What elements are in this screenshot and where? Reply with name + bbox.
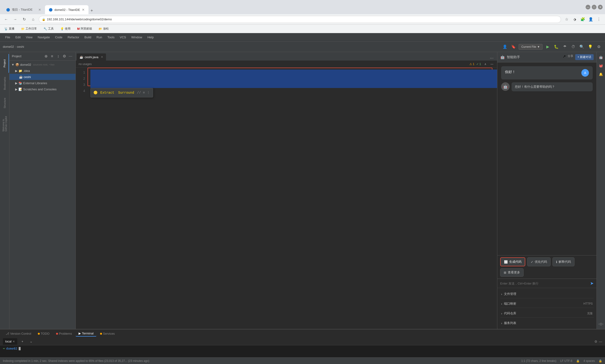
- ai-send-button[interactable]: ➤: [590, 281, 594, 286]
- project-more-icon[interactable]: ⋯: [68, 54, 73, 59]
- bookmark-use[interactable]: 💡 使用: [59, 26, 72, 31]
- tree-item-ceshi[interactable]: ☕ ceshi: [10, 74, 76, 80]
- project-locate-icon[interactable]: ⊕: [43, 54, 49, 59]
- git-icon[interactable]: 👤: [502, 43, 508, 50]
- project-collapse-icon[interactable]: ↕: [56, 54, 61, 59]
- browser-tab-2[interactable]: 🔵 dome02 - TitanIDE ✕: [45, 5, 89, 14]
- right-notifications-icon[interactable]: 🔔: [598, 71, 604, 78]
- extract-comment-icon[interactable]: //: [137, 90, 141, 96]
- right-expand-panel-icon[interactable]: ◁▷: [598, 321, 604, 327]
- menu-window[interactable]: Window: [129, 35, 145, 40]
- right-ai-icon[interactable]: 🤖: [598, 54, 604, 61]
- search-everywhere-button[interactable]: 🔍: [579, 43, 585, 50]
- ai-link-port-map[interactable]: › 端口映射 HTTPS: [500, 300, 594, 308]
- menu-tools[interactable]: Tools: [105, 35, 117, 40]
- bookmark-live[interactable]: 📡 直播: [3, 26, 16, 31]
- tab2-close-icon[interactable]: ✕: [82, 8, 85, 12]
- tree-item-scratches[interactable]: ▶ 📝 Scratches and Consoles: [10, 86, 76, 92]
- breadcrumb-project[interactable]: dome02: [3, 45, 14, 49]
- bookmark-mail[interactable]: M 阿里邮箱: [76, 26, 93, 31]
- home-button[interactable]: ⌂: [30, 16, 37, 23]
- profile-icon[interactable]: 👤: [588, 16, 594, 23]
- cast-icon[interactable]: ⬗: [571, 16, 578, 23]
- terminal-content[interactable]: ➜ dome02: [0, 345, 605, 357]
- code-lines[interactable]: public class ceshi { //在控制台输入成绩，成绩60以下是及…: [88, 68, 497, 329]
- settings-button[interactable]: ⚙: [595, 43, 602, 50]
- tree-item-ext-libs[interactable]: ▶ 📚 External Libraries: [10, 80, 76, 86]
- terminal-add-tab[interactable]: +: [19, 338, 26, 345]
- forward-button[interactable]: →: [12, 16, 18, 23]
- new-chat-button[interactable]: + 新建对话: [575, 54, 594, 60]
- profile-button[interactable]: ⏱: [570, 43, 577, 50]
- ceshi-tab-close-icon[interactable]: ✕: [101, 55, 103, 59]
- share-label[interactable]: 分享: [568, 54, 573, 60]
- power-save-button[interactable]: 💡: [587, 43, 594, 50]
- ai-btn-gen-code[interactable]: ⬜ 生成代码: [500, 257, 525, 266]
- tab1-close-icon[interactable]: ✕: [38, 8, 41, 12]
- minimize-button[interactable]: —: [586, 5, 590, 10]
- menu-help[interactable]: Help: [145, 35, 156, 40]
- bottom-tab-todo[interactable]: TODO: [35, 331, 52, 336]
- bottom-tab-problems[interactable]: Problems: [53, 331, 75, 336]
- sidebar-tab-github[interactable]: Welcome to GitHub Copilot: [0, 114, 9, 132]
- menu-icon[interactable]: ⋮: [595, 16, 602, 23]
- editor-more-icon[interactable]: ⋯: [489, 55, 494, 61]
- reload-button[interactable]: ↻: [21, 16, 27, 23]
- ai-link-file-mgmt[interactable]: › 文件管理: [500, 290, 594, 298]
- extract-more-icon[interactable]: ⋮: [147, 90, 150, 96]
- terminal-tab-close-icon[interactable]: ✕: [13, 340, 15, 343]
- bookmark-relax[interactable]: 📂 放松: [97, 26, 110, 31]
- ai-btn-more[interactable]: ⊞ 查看更多: [500, 268, 524, 277]
- ai-chat-input[interactable]: [500, 282, 588, 285]
- menu-navigate[interactable]: Navigate: [35, 35, 52, 40]
- menu-code[interactable]: Code: [53, 35, 65, 40]
- menu-build[interactable]: Build: [82, 35, 94, 40]
- browser-tab-1[interactable]: 🔵 项目 - TitanIDE ✕: [2, 5, 45, 14]
- terminal-tab-local[interactable]: local ✕: [3, 338, 17, 345]
- project-expand-icon[interactable]: ≡: [50, 54, 55, 59]
- bottom-tab-terminal[interactable]: ▶ Terminal: [76, 331, 96, 337]
- status-encoding[interactable]: LF UTF-8: [560, 359, 572, 363]
- bookmark-work[interactable]: 📁 工作日常: [20, 26, 38, 31]
- problems-minimize-icon[interactable]: —: [489, 62, 494, 66]
- back-button[interactable]: ←: [3, 16, 10, 23]
- bottom-tab-services[interactable]: Services: [97, 331, 118, 336]
- sidebar-tab-bookmarks[interactable]: Bookmarks: [0, 74, 9, 93]
- menu-edit[interactable]: Edit: [13, 35, 23, 40]
- menu-vcs[interactable]: VCS: [117, 35, 129, 40]
- extensions-icon[interactable]: 🧩: [579, 16, 586, 23]
- sidebar-tab-project[interactable]: Project: [0, 54, 9, 73]
- address-input[interactable]: 🔒 192.168.101.144/ide/web/coding/dome02/…: [39, 16, 561, 23]
- code-editor[interactable]: no usages ⚠ 1 ✓ 1 ∧ — 1 2 3 4: [76, 61, 497, 329]
- maximize-button[interactable]: □: [592, 5, 596, 10]
- terminal-close-icon[interactable]: —: [599, 340, 602, 343]
- terminal-settings-icon[interactable]: ⚙: [594, 340, 597, 343]
- debug-button[interactable]: 🐛: [553, 43, 560, 50]
- extract-list-icon[interactable]: ≡: [143, 90, 145, 96]
- run-button[interactable]: ▶: [544, 43, 551, 50]
- coverage-button[interactable]: ☂: [562, 43, 568, 50]
- bookmarks-toolbar-icon[interactable]: 🔖: [510, 43, 517, 50]
- tree-item-idea[interactable]: ▶ 📁 .idea: [10, 68, 76, 74]
- bottom-tab-vc[interactable]: ⎇ Version Control: [3, 331, 34, 336]
- menu-view[interactable]: View: [23, 35, 35, 40]
- bookmarks-icon[interactable]: ☆: [563, 16, 570, 23]
- bookmark-tools[interactable]: 🔧 工具: [42, 26, 55, 31]
- extract-popup[interactable]: 🟡 Extract Surround // ≡ ⋮: [90, 88, 153, 97]
- breadcrumb-file[interactable]: ceshi: [17, 45, 24, 49]
- status-indent[interactable]: 4 spaces: [583, 359, 595, 363]
- status-position[interactable]: 1:1 (72 chars, 2 line breaks): [521, 359, 556, 363]
- editor-tab-ceshi[interactable]: ☕ ceshi.java ✕: [77, 53, 106, 61]
- right-github-icon[interactable]: 🐙: [598, 63, 604, 69]
- menu-file[interactable]: File: [3, 35, 13, 40]
- project-settings-icon[interactable]: ⚙: [62, 54, 67, 59]
- ai-btn-opt-code[interactable]: ✓ 优化代码: [527, 257, 551, 266]
- run-config-selector[interactable]: Current File ▼: [519, 44, 542, 50]
- sidebar-tab-structure[interactable]: Structure: [0, 94, 9, 113]
- terminal-expand-icon[interactable]: ⌄: [27, 338, 35, 345]
- menu-refactor[interactable]: Refactor: [65, 35, 82, 40]
- ai-link-code-repo[interactable]: › 代码仓库 克隆: [500, 309, 594, 318]
- tree-item-dome02[interactable]: ▼ 📦 dome02 sources root, ~/wo: [10, 62, 76, 68]
- close-window-button[interactable]: ✕: [598, 5, 603, 10]
- ai-btn-explain-code[interactable]: ℹ 解释代码: [552, 257, 575, 266]
